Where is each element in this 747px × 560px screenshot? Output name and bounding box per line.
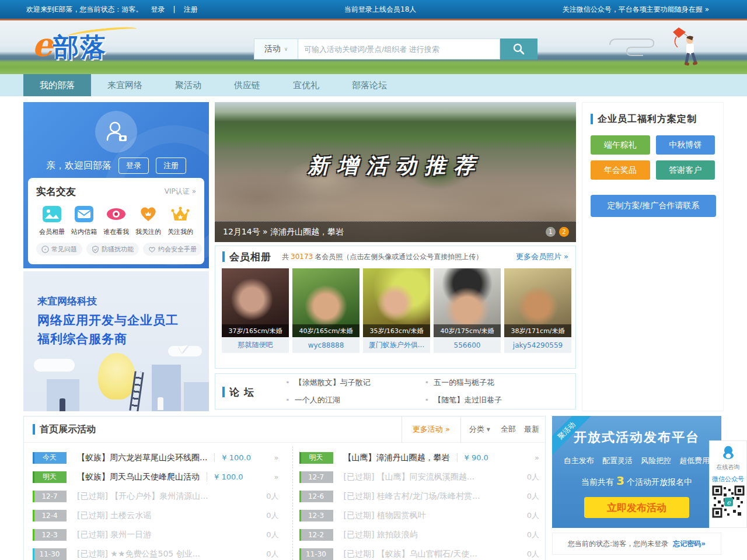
section-accent-bar	[33, 424, 35, 435]
laiyi-promo-banner[interactable]: 来宜网络科技 网络应用开发与企业员工 福利综合服务商	[23, 271, 209, 411]
activity-row[interactable]: 12-3 [已过期] 植物园赏枫叶 0人	[299, 506, 540, 525]
member-name[interactable]: 556600	[434, 337, 501, 353]
nav-item-activities[interactable]: 聚活动	[159, 74, 218, 96]
forum-post-link[interactable]: 一个人的江湖	[285, 395, 425, 405]
activity-row[interactable]: 11-30 [已过期] 【蚁族】乌山官帽石/天使... 0人	[299, 544, 540, 560]
arrow-link[interactable]: »	[274, 453, 279, 462]
friend-card-title: 实名交友	[36, 185, 76, 198]
participant-count: 0人	[527, 510, 539, 521]
feature-who-viewed-me[interactable]: 谁在看我	[100, 205, 132, 236]
member-info: 38岁/171cm/未婚	[504, 324, 571, 337]
forum-post-link[interactable]: 【随笔】走过旧巷子	[425, 395, 564, 405]
chevron-down-icon: ∨	[284, 46, 288, 52]
participant-count: 0人	[266, 510, 278, 521]
forgot-password-link[interactable]: 忘记密码»	[673, 539, 706, 549]
member-info: 40岁/175cm/未婚	[434, 324, 501, 337]
feature-my-followers[interactable]: 关注我的	[165, 205, 196, 236]
tile-dragon-boat-gifts[interactable]: 端午粽礼	[591, 135, 650, 155]
participant-count: 0人	[266, 530, 278, 540]
member-name[interactable]: jaky54290559	[504, 337, 571, 353]
floating-contact-widget: 在线咨询 微信公众号 e	[709, 440, 747, 528]
filter-newest[interactable]: 最新	[522, 424, 545, 435]
tile-client-thanks[interactable]: 答谢客户	[656, 160, 715, 180]
activity-row[interactable]: 12-7 [已过期] 【山鹰】同安流枫溪圈越... 0人	[299, 467, 540, 487]
member-name[interactable]: 那就随便吧	[222, 337, 289, 353]
nav-item-supply-chain[interactable]: 供应链	[218, 74, 277, 96]
welfare-panel: 企业员工福利方案定制 端午粽礼 中秋博饼 年会奖品 答谢客户 定制方案/推广合作…	[582, 102, 724, 411]
online-consult-label[interactable]: 在线咨询	[710, 463, 746, 471]
member-card[interactable]: 40岁/165cm/未婚 wyc88888	[292, 268, 359, 353]
publish-panel: 聚活动 开放式活动发布平台 自主发布 配置灵活 风险把控 超低费用 当前共有3个…	[552, 416, 721, 528]
activity-row[interactable]: 12-3 [已过期] 泉州一日游 0人	[33, 525, 279, 544]
participant-count: 0人	[527, 549, 539, 559]
member-name[interactable]: 厦门蚁族户外俱...	[363, 337, 430, 353]
activity-row[interactable]: 12-7 [已过期] 【开心户外】泉州清源山... 0人	[33, 487, 279, 506]
more-activities-link[interactable]: 更多活动 »	[402, 416, 460, 443]
member-card[interactable]: 37岁/165cm/未婚 那就随便吧	[222, 268, 289, 353]
publish-activity-button[interactable]: 立即发布活动	[584, 497, 689, 518]
topbar-register-link[interactable]: 注册	[184, 5, 198, 15]
hero-carousel[interactable]: 新增活动推荐 12月14号 » 漳浦丹山圈越，攀岩 1 2	[215, 102, 576, 242]
vip-cert-link[interactable]: VIP认证 »	[165, 187, 196, 197]
member-card[interactable]: 40岁/175cm/未婚 556600	[434, 268, 501, 353]
activity-row[interactable]: 12-2 [已过期] 旅拍鼓浪屿 0人	[299, 525, 540, 544]
nav-item-yiyouli[interactable]: 宜优礼	[277, 74, 336, 96]
arrow-link[interactable]: »	[274, 473, 279, 481]
feature-member-album[interactable]: 会员相册	[36, 205, 68, 236]
tile-annual-prizes[interactable]: 年会奖品	[591, 160, 650, 180]
filter-all[interactable]: 全部	[498, 424, 522, 435]
member-card[interactable]: 38岁/171cm/未婚 jaky54290559	[504, 268, 571, 353]
nav-item-my-tribe[interactable]: 我的部落	[23, 74, 91, 96]
category-dropdown[interactable]: 分类▼	[460, 416, 498, 443]
nav-item-laiyi-network[interactable]: 来宜网络	[91, 74, 159, 96]
wechat-follow-link[interactable]: 关注微信公众号，平台各项主要功能随身在握 »	[563, 5, 709, 15]
member-name[interactable]: wyc88888	[292, 337, 359, 353]
login-button[interactable]: 登录	[118, 158, 149, 174]
forum-post-link[interactable]: 五一的猫与栀子花	[425, 377, 564, 388]
register-button[interactable]: 注册	[156, 158, 186, 174]
tile-mid-autumn[interactable]: 中秋博饼	[656, 135, 715, 155]
feature-site-mail[interactable]: 站内信箱	[68, 205, 100, 236]
dating-safety-pill[interactable]: 约会安全手册	[143, 243, 202, 256]
arrow-link[interactable]: »	[535, 453, 539, 462]
carousel-dot-1[interactable]: 1	[546, 227, 556, 237]
member-card[interactable]: 35岁/163cm/未婚 厦门蚁族户外俱...	[363, 268, 430, 353]
feature-my-follows[interactable]: 我关注的	[132, 205, 164, 236]
activity-row[interactable]: 11-30 [已过期] ★★免费公益505 创业... 0人	[33, 544, 279, 560]
faq-pill[interactable]: 常见问题	[36, 243, 82, 256]
activity-row[interactable]: 明天 【山鹰】漳浦丹山圈越，攀岩 ¥ 90.0 »	[299, 448, 540, 467]
member-photo: 40岁/175cm/未婚	[434, 268, 501, 337]
search-button[interactable]	[500, 38, 537, 60]
participant-count: 0人	[527, 472, 539, 482]
site-logo[interactable]: e部落	[32, 25, 107, 65]
search-category-dropdown[interactable]: 活动 ∨	[254, 38, 298, 60]
activity-row[interactable]: 12-6 [已过期] 桂峰古村/龙门场/珠峰村赏... 0人	[299, 487, 540, 506]
date-badge: 12-2	[299, 529, 333, 541]
search-input[interactable]	[298, 38, 500, 60]
carousel-dot-2[interactable]: 2	[559, 227, 569, 237]
activity-row[interactable]: 12-4 [已过期] 土楼云水谣 0人	[33, 506, 279, 525]
avatar-upload[interactable]	[95, 111, 137, 153]
chat-icon	[41, 246, 49, 253]
shield-icon	[92, 246, 99, 253]
wechat-account-link[interactable]: 微信公众号	[710, 475, 746, 484]
forum-post-link[interactable]: 【涂燃散文】与子散记	[285, 377, 425, 388]
triangle-down-icon: ▼	[487, 427, 490, 432]
carousel-caption[interactable]: 12月14号 » 漳浦丹山圈越，攀岩	[215, 221, 576, 242]
search-bar: 活动 ∨	[254, 38, 537, 60]
more-photos-link[interactable]: 更多会员照片 »	[516, 251, 568, 262]
page: 欢迎来到E部落，您当前状态：游客。 登录 | 注册 当前登录上线会员18人 关注…	[0, 0, 747, 560]
topbar-login-link[interactable]: 登录	[151, 5, 165, 15]
member-info: 40岁/165cm/未婚	[292, 324, 359, 337]
greeting-text: 亲，欢迎回部落	[46, 160, 111, 172]
activity-row[interactable]: 今天 【蚁族】周六龙岩草尾山尖环线圈... ¥ 100.0 »	[33, 448, 279, 467]
qq-penguin-icon[interactable]	[721, 444, 736, 460]
main-nav: 我的部落 来宜网络 聚活动 供应链 宜优礼 部落论坛	[0, 74, 747, 96]
activity-row[interactable]: 明天 【蚁族】周天乌山天使峰爬山活动 ¥ 100.0 »	[33, 467, 279, 487]
anti-harassment-pill[interactable]: 防骚扰功能	[86, 243, 139, 256]
login-panel: 亲，欢迎回部落 登录 注册 实名交友 VIP认证 » 会员相册	[23, 102, 209, 268]
section-accent-bar	[222, 251, 225, 262]
custom-plan-contact-button[interactable]: 定制方案/推广合作请联系	[591, 195, 716, 217]
participant-count: 0人	[527, 530, 539, 540]
nav-item-forum[interactable]: 部落论坛	[336, 74, 403, 96]
